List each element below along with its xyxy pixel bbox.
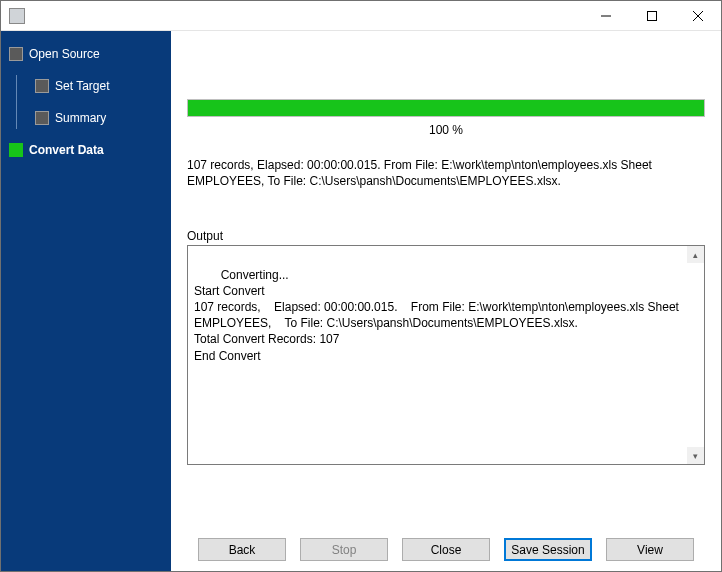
save-session-button[interactable]: Save Session bbox=[504, 538, 592, 561]
body: Open Source Set Target Summary Convert D… bbox=[1, 31, 721, 571]
output-label: Output bbox=[187, 229, 705, 243]
sidebar-item-label: Summary bbox=[55, 111, 106, 125]
svg-rect-1 bbox=[648, 11, 657, 20]
sidebar-item-open-source[interactable]: Open Source bbox=[9, 43, 163, 65]
button-row: Back Stop Close Save Session View bbox=[187, 526, 705, 561]
step-icon bbox=[35, 111, 49, 125]
scroll-down-icon[interactable]: ▾ bbox=[687, 447, 704, 464]
scroll-up-icon[interactable]: ▴ bbox=[687, 246, 704, 263]
titlebar bbox=[1, 1, 721, 31]
close-button[interactable]: Close bbox=[402, 538, 490, 561]
maximize-button[interactable] bbox=[629, 1, 675, 31]
step-icon bbox=[9, 47, 23, 61]
wizard-sidebar: Open Source Set Target Summary Convert D… bbox=[1, 31, 171, 571]
sidebar-item-convert-data[interactable]: Convert Data bbox=[9, 139, 163, 161]
sidebar-item-label: Set Target bbox=[55, 79, 109, 93]
main-panel: 100 % 107 records, Elapsed: 00:00:00.015… bbox=[171, 31, 721, 571]
stop-button: Stop bbox=[300, 538, 388, 561]
conversion-summary: 107 records, Elapsed: 00:00:00.015. From… bbox=[187, 157, 705, 189]
sidebar-item-label: Convert Data bbox=[29, 143, 104, 157]
sidebar-item-set-target[interactable]: Set Target bbox=[35, 75, 163, 97]
progress-section: 100 % bbox=[187, 99, 705, 137]
progress-percent: 100 % bbox=[187, 123, 705, 137]
app-icon bbox=[9, 8, 25, 24]
minimize-button[interactable] bbox=[583, 1, 629, 31]
output-text: Converting... Start Convert 107 records,… bbox=[194, 268, 682, 363]
view-button[interactable]: View bbox=[606, 538, 694, 561]
sidebar-item-label: Open Source bbox=[29, 47, 100, 61]
step-icon bbox=[35, 79, 49, 93]
window-controls bbox=[583, 1, 721, 31]
app-window: Open Source Set Target Summary Convert D… bbox=[0, 0, 722, 572]
progress-bar bbox=[187, 99, 705, 117]
window-close-button[interactable] bbox=[675, 1, 721, 31]
sidebar-item-summary[interactable]: Summary bbox=[35, 107, 163, 129]
output-textarea[interactable]: Converting... Start Convert 107 records,… bbox=[187, 245, 705, 465]
back-button[interactable]: Back bbox=[198, 538, 286, 561]
step-icon bbox=[9, 143, 23, 157]
